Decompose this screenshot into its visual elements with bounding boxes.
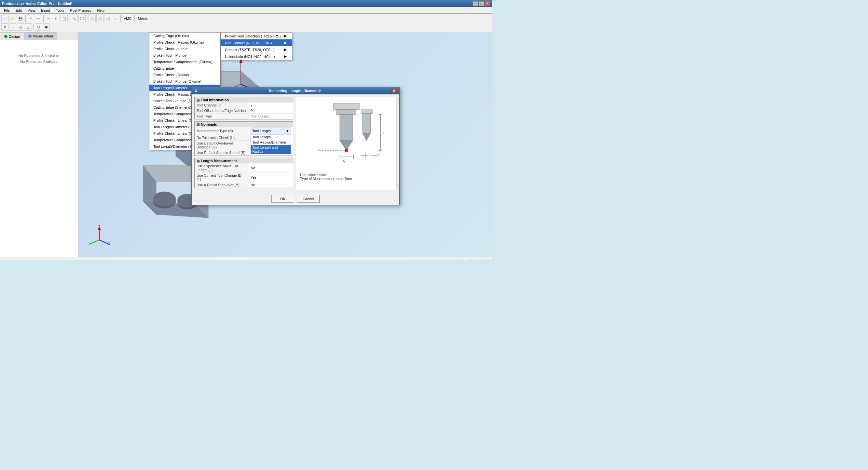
no-selection-text: No Statement Selected or No Properties A… [0, 53, 78, 64]
close-button[interactable]: ✕ [485, 1, 490, 6]
svg-line-28 [99, 240, 108, 244]
submenu-item-non-contact[interactable]: Non Contact (NC1, NC2, NC4...) ▶ [221, 39, 292, 46]
tool-btn-2[interactable]: ○ [9, 24, 16, 31]
svg-rect-33 [337, 110, 356, 115]
maximize-button[interactable]: □ [479, 1, 484, 6]
dialog-footer: OK Cancel [192, 193, 399, 205]
zoom-button[interactable]: 🔍 [71, 15, 78, 22]
redo-button[interactable]: ↪ [35, 15, 42, 22]
dialog-body: ▣ Tool Information Tool Change ID 7 Tool… [192, 94, 399, 193]
metric-label: Metric [136, 15, 149, 22]
left-panel: Design Visualisation No Statement Select… [0, 32, 78, 257]
row-value: 0 [249, 108, 293, 114]
tool-btn-4[interactable]: △ [25, 24, 32, 31]
svg-rect-37 [363, 114, 371, 133]
view-top[interactable]: ⬜ [96, 15, 103, 22]
length-meas-table: Use Experience Value For Length (J) No U… [195, 163, 293, 188]
view-front[interactable]: ⬜ [89, 15, 96, 22]
nominals-header[interactable]: ▣ Nominals [195, 122, 293, 127]
tool-btn-5[interactable]: ⬡ [35, 24, 42, 31]
length-meas-header[interactable]: ▣ Length Measurement [195, 158, 293, 163]
num-indicator: NUM [481, 259, 489, 261]
paste-button[interactable]: 📋 [61, 15, 68, 22]
option-tool-radius[interactable]: Tool Radius/Diameter [251, 139, 291, 145]
toolbar-sep-1 [25, 15, 26, 22]
menu-insert[interactable]: Insert [38, 8, 53, 13]
row-label: Use Default Spindle Speed (S) [195, 150, 249, 156]
view-right[interactable]: ⬜ [104, 15, 111, 22]
new-button[interactable]: 📄 [1, 15, 8, 22]
dropdown-current-value: Tool Length [252, 129, 271, 133]
open-button[interactable]: 📁 [9, 15, 16, 22]
menu-broken-tool-plunge-okuma[interactable]: Broken Tool - Plunge (Okuma) [149, 78, 220, 85]
dialog-diagram: Z R Q Y [296, 97, 397, 190]
table-row: Measurement Type (B) Tool Length ▼ [195, 127, 293, 135]
menu-postprocess[interactable]: Post Process [68, 8, 94, 13]
tool-btn-6[interactable]: ⬢ [43, 24, 50, 31]
cancel-button[interactable]: Cancel [297, 195, 319, 203]
design-dot-icon [4, 35, 7, 38]
table-row: Tool Offset Index/Edge Number 0 [195, 108, 293, 114]
measurement-type-dropdown[interactable]: Tool Length ▼ Tool Length Tool Radius/Di… [251, 128, 291, 134]
tool-info-header[interactable]: ▣ Tool Information [195, 97, 293, 102]
menu-bar: File Edit View Insert Tools Post Process… [0, 7, 492, 14]
toolbar-sep-3 [69, 15, 69, 22]
cut-button[interactable]: ✂ [45, 15, 52, 22]
app-title: Productivity+ Active Editor Pro - Untitl… [2, 2, 72, 5]
menu-file[interactable]: File [1, 8, 12, 13]
toolbar-sep-5 [120, 15, 121, 22]
dialog-close-button[interactable]: ✕ [392, 89, 397, 93]
menu-temp-comp-okuma[interactable]: Temperature Compensation (Okuma) [149, 59, 220, 65]
submenu-item-contact[interactable]: Contact (TS27R, TS20, OTS...) ▶ [221, 46, 292, 53]
table-row: Use Experience Value For Length (J) No [195, 163, 293, 173]
table-row: Tool Change ID 7 [195, 102, 293, 108]
dialog-title-text: Toolsetting: Length_Diameter2 [268, 89, 320, 93]
menu-profile-check-linear[interactable]: Profile Check - Linear [149, 45, 220, 52]
menu-tools[interactable]: Tools [53, 8, 67, 13]
svg-point-22 [153, 192, 176, 206]
menu-cutting-edge-okuma[interactable]: Cutting Edge (Okuma) [149, 33, 220, 39]
fit-button[interactable]: ⛶ [79, 15, 86, 22]
minimize-button[interactable]: — [473, 1, 478, 6]
menu-view[interactable]: View [25, 8, 38, 13]
menu-edit[interactable]: Edit [13, 8, 24, 13]
row-value: Non Contact [249, 114, 293, 119]
copy-button[interactable]: ⎘ [53, 15, 60, 22]
tool-btn-3[interactable]: ◎ [17, 24, 24, 31]
row-label: Tool Change ID [195, 102, 249, 108]
title-bar: Productivity+ Active Editor Pro - Untitl… [0, 0, 492, 7]
option-tool-length-radius[interactable]: Tool Length and Radius [251, 145, 291, 154]
svg-text:Y: Y [318, 149, 319, 152]
undo-button[interactable]: ↩ [27, 15, 34, 22]
svg-point-51 [345, 149, 348, 152]
tab-vis-label: Visualisation [33, 34, 53, 38]
table-row: Tool Type Non Contact [195, 114, 293, 119]
tab-design[interactable]: Design [0, 32, 24, 40]
dropdown-display[interactable]: Tool Length ▼ [251, 128, 291, 134]
tab-visualisation[interactable]: Visualisation [24, 32, 57, 40]
row-value: 7 [249, 102, 293, 108]
menu-profile-check-radius[interactable]: Profile Check - Radius [149, 72, 220, 78]
menu-help[interactable]: Help [94, 8, 107, 13]
row-value: No [249, 163, 293, 173]
viewport: Z X Y CS1 Z X Y [78, 32, 492, 257]
option-tool-length[interactable]: Tool Length [251, 134, 291, 139]
view-iso[interactable]: ◇ [112, 15, 119, 22]
collapse-icon-2: ▣ [196, 123, 199, 126]
svg-text:Z: Z [98, 224, 100, 226]
toolbar-sep-6 [134, 15, 135, 22]
tool-btn-1[interactable]: ⚙ [1, 24, 8, 31]
menu-broken-tool-plunge[interactable]: Broken Tool - Plunge [149, 52, 220, 59]
svg-marker-26 [98, 226, 101, 230]
row-value: Yes [249, 173, 293, 182]
menu-profile-check-radius-okuma[interactable]: Profile Check - Radius (Okuma) [149, 39, 220, 45]
save-button[interactable]: 💾 [17, 15, 24, 22]
menu-cutting-edge[interactable]: Cutting Edge [149, 65, 220, 72]
submenu-item-heidenhain[interactable]: Heidenhain (NC1, NC2, NC4...) ▶ [221, 53, 292, 60]
ok-button[interactable]: OK [272, 195, 294, 203]
main-content: Design Visualisation No Statement Select… [0, 32, 492, 257]
row-label: Use A Radial Step-over (Y) [195, 182, 249, 188]
submenu-item-broken-tool[interactable]: Broken Tool Detection (TRS1/TRS2) ▶ [221, 33, 292, 39]
row-label: Use Experience Value For Length (J) [195, 163, 249, 173]
svg-text:Z: Z [383, 131, 385, 135]
